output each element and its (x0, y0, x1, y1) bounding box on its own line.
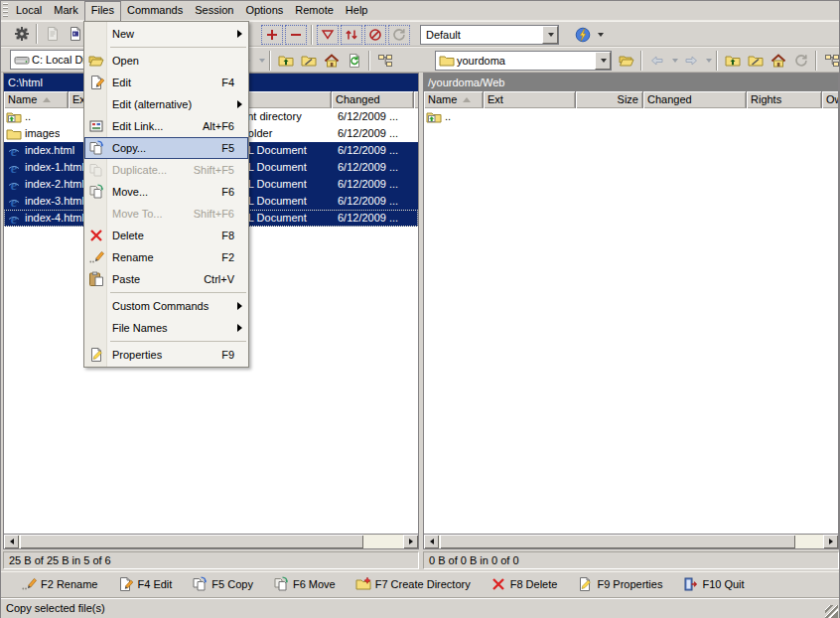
menu-item-edit-link-[interactable]: Edit Link...Alt+F6 (84, 115, 248, 137)
menu-item-move-[interactable]: Move...F6 (84, 181, 248, 203)
menubar-grip[interactable] (3, 3, 8, 18)
preferences-gear-button[interactable] (10, 23, 33, 45)
right-header-ext[interactable]: Ext (484, 91, 576, 108)
parent-dir-button[interactable] (274, 50, 297, 72)
right-header-owner[interactable]: Owner (822, 91, 838, 108)
dropdown-button[interactable] (668, 51, 679, 71)
menubar-item-local[interactable]: Local (10, 1, 48, 21)
column-label: Name (428, 93, 457, 105)
right-header-rights[interactable]: Rights (747, 91, 822, 108)
menu-item-move-to-[interactable]: Move To...Shift+F6 (84, 203, 248, 225)
html-file-icon: e (6, 143, 22, 159)
session-combo[interactable]: Default (420, 25, 559, 45)
f8-delete-button[interactable]: F8 Delete (484, 573, 565, 595)
menu-item-custom-commands[interactable]: Custom Commands (84, 295, 248, 317)
menu-item-shortcut: F9 (221, 349, 242, 361)
new-session-button[interactable] (571, 24, 594, 46)
file-row--[interactable]: .. (424, 108, 838, 125)
scroll-left-button[interactable] (4, 535, 19, 548)
home-dir-button[interactable] (320, 50, 343, 72)
svg-text:e: e (11, 160, 18, 176)
menubar-item-session[interactable]: Session (189, 1, 239, 21)
scrollbar-thumb[interactable] (440, 535, 795, 548)
session-combo-dropdown[interactable] (542, 26, 558, 44)
unselect-minus-button[interactable] (285, 25, 307, 45)
f10-quit-button[interactable]: F10 Quit (675, 573, 751, 595)
svg-text:e: e (11, 211, 18, 227)
abort-button[interactable] (364, 25, 386, 45)
file-name-cell: .. (426, 108, 451, 125)
menu-item-label: Move To... (112, 208, 194, 220)
menubar-item-files[interactable]: Files (84, 1, 121, 21)
menubar-item-help[interactable]: Help (340, 1, 374, 21)
tree-button[interactable] (373, 50, 396, 72)
menu-item-delete[interactable]: DeleteF8 (84, 225, 248, 246)
f4-edit-button[interactable]: F4 Edit (110, 573, 179, 595)
select-plus-button[interactable] (261, 25, 283, 45)
forward-arrow-button[interactable] (679, 50, 702, 72)
remote-dir-combo-dropdown[interactable] (595, 52, 611, 70)
left-header-changed[interactable]: Changed (332, 91, 414, 108)
scroll-right-button[interactable] (823, 535, 838, 548)
root-dir-button[interactable] (744, 50, 767, 72)
scroll-left-button[interactable] (424, 535, 439, 548)
menu-item-file-names[interactable]: File Names (84, 317, 248, 339)
command-button-label: F10 Quit (702, 578, 744, 590)
refresh-button[interactable] (789, 50, 812, 72)
menu-item-shortcut: F6 (221, 186, 242, 198)
f7-create-directory-button[interactable]: F7 Create Directory (349, 573, 478, 595)
column-label: Rights (751, 93, 781, 105)
menu-item-copy-[interactable]: Copy...F5 (84, 137, 248, 159)
menu-item-label: Properties (112, 349, 221, 361)
local-horizontal-scrollbar[interactable] (4, 534, 418, 548)
menu-item-new[interactable]: New (84, 23, 248, 45)
remote-path-bar[interactable]: /yourdoma/Web (424, 74, 838, 91)
home-dir-button[interactable] (767, 50, 789, 72)
resize-grip-icon[interactable] (825, 605, 838, 618)
dropdown-button[interactable] (702, 51, 713, 71)
remote-dir-combo[interactable]: yourdoma (435, 51, 612, 71)
f5-copy-button[interactable]: F5 Copy (185, 573, 260, 595)
new-session-dropdown[interactable] (594, 25, 605, 45)
menu-item-properties[interactable]: PropertiesF9 (84, 344, 248, 366)
tree-button[interactable] (820, 50, 840, 72)
menubar-item-mark[interactable]: Mark (48, 1, 83, 21)
menubar-item-commands[interactable]: Commands (121, 1, 189, 21)
parent-folder-icon (6, 109, 22, 125)
log-doc-button[interactable] (41, 23, 64, 45)
parent-dir-button[interactable] (721, 50, 744, 72)
remote-horizontal-scrollbar[interactable] (424, 534, 838, 548)
root-dir-button[interactable] (297, 50, 320, 72)
menubar-item-options[interactable]: Options (239, 1, 289, 21)
refresh-green-button[interactable] (343, 50, 365, 72)
menu-item-rename[interactable]: RenameF2 (84, 246, 248, 268)
synchronize-button[interactable] (341, 25, 362, 45)
command-button-label: F4 Edit (137, 578, 172, 590)
file-changed-cell: 6/12/2009 ... (338, 193, 413, 210)
toolbar-separator (368, 51, 370, 71)
f9-properties-button[interactable]: F9 Properties (570, 573, 669, 595)
triangle-right-icon (409, 539, 413, 544)
dropdown-button[interactable] (255, 51, 266, 71)
refresh-button[interactable] (388, 25, 410, 45)
f6-move-button[interactable]: F6 Move (266, 573, 343, 595)
scroll-right-button[interactable] (403, 535, 418, 548)
left-header-name[interactable]: Name (4, 91, 69, 108)
menu-item-duplicate-[interactable]: Duplicate...Shift+F5 (84, 159, 248, 181)
right-header-name[interactable]: Name (424, 91, 484, 108)
right-header-changed[interactable]: Changed (643, 91, 747, 108)
menu-item-label: Copy... (112, 142, 221, 154)
open-dir-button[interactable] (615, 50, 637, 72)
filter-button[interactable] (317, 25, 339, 45)
menu-item-edit[interactable]: EditF4 (84, 72, 248, 93)
menu-item-open[interactable]: Open (84, 50, 248, 72)
menu-item-paste[interactable]: PasteCtrl+V (84, 268, 248, 290)
menubar-item-remote[interactable]: Remote (289, 1, 340, 21)
html-file-icon: e (6, 160, 22, 176)
back-arrow-button[interactable] (645, 50, 668, 72)
f2-rename-button[interactable]: F2 Rename (14, 573, 104, 595)
right-header-size[interactable]: Size (576, 91, 643, 108)
left-header-attr[interactable]: Attr (414, 91, 418, 108)
menu-item-edit-alternative-[interactable]: Edit (alternative) (84, 93, 248, 115)
scrollbar-thumb[interactable] (20, 535, 363, 548)
